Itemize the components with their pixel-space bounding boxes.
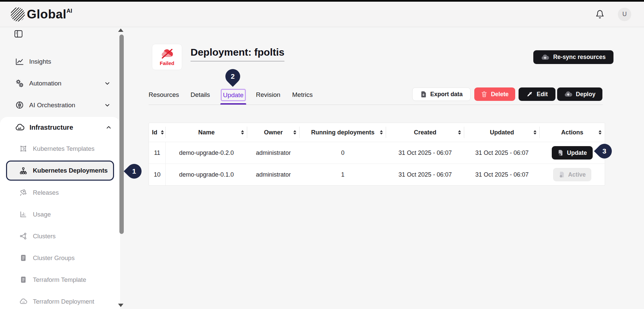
chevron-down-icon bbox=[104, 102, 111, 109]
app-header: Global AI U bbox=[0, 2, 644, 27]
column-header-owner: Owner bbox=[247, 123, 300, 142]
tab-resources[interactable]: Resources bbox=[149, 91, 179, 99]
row-update-button[interactable]: Update bbox=[552, 146, 592, 160]
sidebar-item-label: Kubernetes Deployments bbox=[33, 167, 108, 174]
tab-revision[interactable]: Revision bbox=[256, 91, 280, 99]
sidebar-item-kubernetes-templates[interactable]: Kubernetes Templates bbox=[0, 138, 120, 160]
column-header-actions: Actions bbox=[540, 123, 605, 142]
sort-icon[interactable] bbox=[240, 130, 245, 135]
chart-line-icon bbox=[15, 57, 24, 66]
cell-id: 10 bbox=[149, 164, 166, 185]
delete-button[interactable]: Delete bbox=[474, 87, 515, 101]
annotation-step-2: 2 bbox=[222, 66, 243, 87]
brain-icon bbox=[15, 101, 24, 110]
table-header-row: Id Name Owner Running deployments bbox=[149, 123, 605, 142]
notebook-icon bbox=[19, 254, 27, 262]
sidebar-item-automation[interactable]: Automation bbox=[0, 72, 119, 94]
sidebar-scroll-up-arrow[interactable] bbox=[118, 28, 123, 32]
column-header-name: Name bbox=[166, 123, 247, 142]
resync-resources-button[interactable]: Re-sync resources bbox=[533, 50, 613, 64]
sidebar-toggle-icon[interactable] bbox=[14, 30, 23, 38]
sidebar-item-cluster-groups[interactable]: Cluster Groups bbox=[0, 247, 120, 269]
cluster-network-icon bbox=[19, 232, 27, 240]
sidebar-item-usage[interactable]: Usage bbox=[0, 203, 120, 225]
cell-updated: 31 Oct 2025 - 06:07 bbox=[464, 164, 540, 185]
tab-update[interactable]: Update bbox=[221, 89, 246, 101]
chevron-down-icon bbox=[104, 80, 111, 87]
sidebar-infrastructure-section: Infrastructure Kubernetes Templates bbox=[0, 117, 120, 309]
sort-icon[interactable] bbox=[598, 130, 602, 135]
sort-icon[interactable] bbox=[379, 130, 383, 135]
file-info-icon bbox=[557, 149, 563, 156]
cell-owner: administrator bbox=[247, 142, 300, 164]
page-title: Deployment: fpoltis bbox=[191, 47, 284, 61]
deploy-button[interactable]: Deploy bbox=[557, 87, 602, 101]
edit-label: Edit bbox=[537, 91, 548, 98]
brand-logo-superscript: AI bbox=[66, 8, 72, 14]
sidebar-item-terraform-template[interactable]: Terraform Template bbox=[0, 269, 120, 291]
column-header-created: Created bbox=[386, 123, 464, 142]
column-header-id: Id bbox=[149, 123, 166, 142]
cell-created: 31 Oct 2025 - 06:07 bbox=[386, 142, 464, 164]
cell-updated: 31 Oct 2025 - 06:07 bbox=[464, 142, 540, 164]
sidebar-item-label: Terraform Deployment bbox=[33, 298, 94, 305]
template-frame-icon bbox=[19, 145, 27, 152]
sidebar-item-label: Insights bbox=[29, 58, 51, 65]
cloud-off-icon bbox=[160, 48, 174, 59]
status-badge: Failed bbox=[152, 44, 182, 70]
cell-actions: Active bbox=[540, 164, 605, 185]
app-window: Global AI U bbox=[0, 0, 644, 309]
export-data-button[interactable]: Export data bbox=[412, 87, 471, 101]
sidebar-item-releases[interactable]: Releases bbox=[0, 182, 120, 203]
brand-logo-icon bbox=[11, 7, 25, 21]
gears-icon bbox=[15, 79, 24, 88]
sidebar-item-kubernetes-deployments[interactable]: Kubernetes Deployments bbox=[6, 161, 114, 181]
sort-icon[interactable] bbox=[533, 130, 537, 135]
sort-icon[interactable] bbox=[458, 130, 462, 135]
status-badge-label: Failed bbox=[160, 60, 174, 66]
cell-actions: Update bbox=[540, 142, 605, 164]
resync-resources-label: Re-sync resources bbox=[553, 54, 606, 61]
tab-details[interactable]: Details bbox=[191, 91, 210, 99]
sidebar-item-label: Cluster Groups bbox=[33, 254, 74, 262]
table-row: 11 demo-upgrade-0.2.0 administrator 0 31… bbox=[149, 142, 605, 164]
user-avatar[interactable]: U bbox=[618, 8, 631, 21]
cloud-upload-icon bbox=[564, 91, 572, 98]
sidebar-item-label: Usage bbox=[33, 211, 51, 218]
cloud-icon bbox=[15, 123, 24, 132]
trash-icon bbox=[481, 91, 487, 98]
sidebar-item-infrastructure[interactable]: Infrastructure bbox=[0, 117, 120, 138]
pen-icon bbox=[526, 91, 533, 98]
sidebar-item-label: Releases bbox=[33, 189, 59, 196]
sidebar-item-ai-orchestration[interactable]: AI Orchestration bbox=[0, 94, 119, 116]
bar-chart-icon bbox=[19, 210, 27, 218]
annotation-step-1: 1 bbox=[124, 161, 145, 182]
sidebar-item-insights[interactable]: Insights bbox=[0, 51, 119, 72]
sidebar-item-terraform-deployment[interactable]: Terraform Deployment bbox=[0, 291, 120, 309]
sidebar-scroll-down-arrow[interactable] bbox=[118, 304, 123, 307]
column-header-running-deployments: Running deployments bbox=[300, 123, 386, 142]
sidebar-item-clusters[interactable]: Clusters bbox=[0, 225, 120, 247]
row-active-label: Active bbox=[568, 171, 586, 178]
sort-icon[interactable] bbox=[160, 130, 164, 135]
table-row: 10 demo-upgrade-0.1.0 administrator 1 31… bbox=[149, 164, 605, 185]
sidebar-item-label: Automation bbox=[29, 80, 61, 87]
sidebar-item-label: Clusters bbox=[33, 233, 56, 240]
cloud-plus-icon bbox=[541, 54, 549, 61]
sort-icon[interactable] bbox=[293, 130, 297, 135]
sidebar-scrollbar-thumb[interactable] bbox=[119, 35, 124, 234]
column-header-updated: Updated bbox=[464, 123, 540, 142]
export-data-label: Export data bbox=[430, 91, 463, 98]
cloud-icon bbox=[19, 298, 27, 305]
sidebar-item-label: Infrastructure bbox=[30, 124, 73, 131]
edit-button[interactable]: Edit bbox=[519, 87, 555, 101]
deployment-hierarchy-icon bbox=[19, 167, 27, 175]
file-download-icon bbox=[420, 91, 427, 98]
sidebar-item-label: Terraform Template bbox=[33, 276, 86, 284]
cell-running-deployments: 0 bbox=[300, 142, 386, 164]
file-info-icon bbox=[559, 171, 565, 178]
tab-metrics[interactable]: Metrics bbox=[292, 91, 313, 99]
row-active-button[interactable]: Active bbox=[553, 168, 592, 181]
notifications-bell-icon[interactable] bbox=[595, 10, 604, 19]
row-update-label: Update bbox=[567, 149, 587, 157]
